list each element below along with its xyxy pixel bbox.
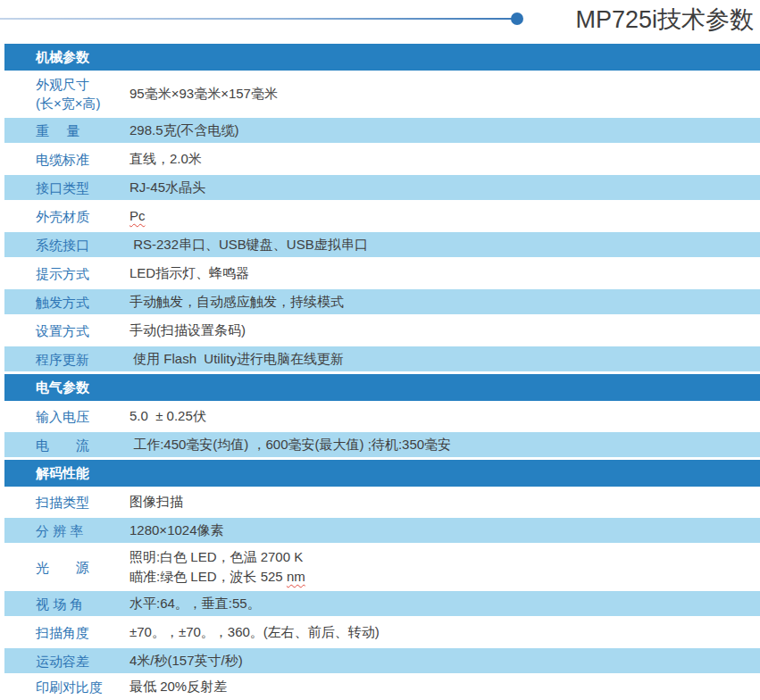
spellcheck-squiggle-text: Pc xyxy=(129,208,146,223)
spec-value: 直线，2.0米 xyxy=(129,149,760,169)
spec-label: 电 流 xyxy=(4,436,129,454)
section-header-0: 机械参数 xyxy=(4,43,760,71)
spec-row: 电缆标准直线，2.0米 xyxy=(4,145,760,173)
spec-value: 298.5克(不含电缆) xyxy=(129,121,760,140)
spec-value: 95毫米×93毫米×157毫米 xyxy=(129,84,760,104)
spec-value: LED指示灯、蜂鸣器 xyxy=(129,263,760,283)
spec-row: 电 流 工作:450毫安(均值) ，600毫安(最大值) ;待机:350毫安 xyxy=(4,430,760,459)
spec-value: 手动触发，自动感应触发，持续模式 xyxy=(129,292,760,312)
spec-row: 扫描角度±70。，±70。，360。(左右、前后、转动) xyxy=(4,618,760,646)
section-header-label: 解码性能 xyxy=(4,465,89,482)
spec-value: 照明:白色 LED，色温 2700 K瞄准:绿色 LED，波长 525 nm xyxy=(129,547,760,587)
spec-row: 扫描类型图像扫描 xyxy=(4,488,760,516)
spec-value: 1280×1024像素 xyxy=(129,521,760,540)
section-header-1: 电气参数 xyxy=(4,373,760,402)
spec-label: 接口类型 xyxy=(4,179,129,197)
spec-row: 重 量298.5克(不含电缆) xyxy=(4,116,760,145)
spec-value: ±70。，±70。，360。(左右、前后、转动) xyxy=(129,622,760,642)
spec-row: 外壳材质Pc xyxy=(4,202,760,230)
spec-row: 光 源照明:白色 LED，色温 2700 K瞄准:绿色 LED，波长 525 n… xyxy=(4,545,760,589)
spec-row: 输入电压5.0 ± 0.25伏 xyxy=(4,402,760,430)
spellcheck-squiggle-text: nm xyxy=(287,569,305,584)
spec-row: 系统接口 RS-232串口、USB键盘、USB虚拟串口 xyxy=(4,230,760,259)
spec-label: 设置方式 xyxy=(4,321,129,340)
spec-value: 4米/秒(157英寸/秒) xyxy=(129,651,760,671)
spec-row: 视 场 角水平:64。，垂直:55。 xyxy=(4,589,760,618)
spec-value: 手动(扫描设置条码) xyxy=(129,321,760,340)
page-title: MP725i技术参数 xyxy=(575,3,754,37)
spec-row: 运动容差4米/秒(157英寸/秒) xyxy=(4,646,760,675)
spec-sheet-page: MP725i技术参数 机械参数外观尺寸(长×宽×高)95毫米×93毫米×157毫… xyxy=(0,0,760,700)
spec-label: 扫描类型 xyxy=(4,493,129,512)
spec-value: Pc xyxy=(129,206,760,226)
spec-label: 光 源 xyxy=(4,558,129,577)
spec-row: 印刷对比度最低 20%反射差 xyxy=(4,675,760,698)
spec-label: 提示方式 xyxy=(4,264,129,283)
spec-label: 视 场 角 xyxy=(4,595,129,613)
section-header-2: 解码性能 xyxy=(4,459,760,488)
spec-value: 图像扫描 xyxy=(129,492,760,512)
title-band: MP725i技术参数 xyxy=(0,0,760,43)
spec-label: 分 辨 率 xyxy=(4,521,129,540)
spec-value: 最低 20%反射差 xyxy=(129,677,760,696)
accent-rule xyxy=(0,18,516,20)
spec-row: 接口类型RJ-45水晶头 xyxy=(4,173,760,202)
spec-value: 水平:64。，垂直:55。 xyxy=(129,594,760,613)
spec-value: 工作:450毫安(均值) ，600毫安(最大值) ;待机:350毫安 xyxy=(129,435,760,454)
spec-label: 重 量 xyxy=(4,121,129,140)
spec-row: 设置方式手动(扫描设置条码) xyxy=(4,316,760,345)
spec-label: 系统接口 xyxy=(4,236,129,254)
spec-label: 外壳材质 xyxy=(4,207,129,226)
spec-value: RJ-45水晶头 xyxy=(129,178,760,197)
spec-value: RS-232串口、USB键盘、USB虚拟串口 xyxy=(129,235,760,254)
spec-label: 外观尺寸(长×宽×高) xyxy=(4,75,129,112)
accent-dot-icon xyxy=(511,12,523,25)
spec-label: 电缆标准 xyxy=(4,150,129,169)
spec-label: 程序更新 xyxy=(4,350,129,369)
spec-row: 触发方式手动触发，自动感应触发，持续模式 xyxy=(4,288,760,316)
spec-label: 触发方式 xyxy=(4,293,129,312)
spec-value: 5.0 ± 0.25伏 xyxy=(129,406,760,426)
spec-label: 印刷对比度 xyxy=(4,678,129,696)
spec-label: 扫描角度 xyxy=(4,623,129,642)
spec-value: 使用 Flash Utility进行电脑在线更新 xyxy=(129,349,760,369)
spec-label: 输入电压 xyxy=(4,407,129,426)
spec-table: 机械参数外观尺寸(长×宽×高)95毫米×93毫米×157毫米重 量298.5克(… xyxy=(4,43,760,700)
spec-row: 提示方式LED指示灯、蜂鸣器 xyxy=(4,259,760,288)
spec-label: 运动容差 xyxy=(4,652,129,671)
spec-row: 分 辨 率1280×1024像素 xyxy=(4,516,760,545)
spec-row: 外观尺寸(长×宽×高)95毫米×93毫米×157毫米 xyxy=(4,71,760,116)
spec-row: 程序更新 使用 Flash Utility进行电脑在线更新 xyxy=(4,345,760,373)
section-header-label: 机械参数 xyxy=(4,49,89,66)
section-header-label: 电气参数 xyxy=(4,379,89,396)
